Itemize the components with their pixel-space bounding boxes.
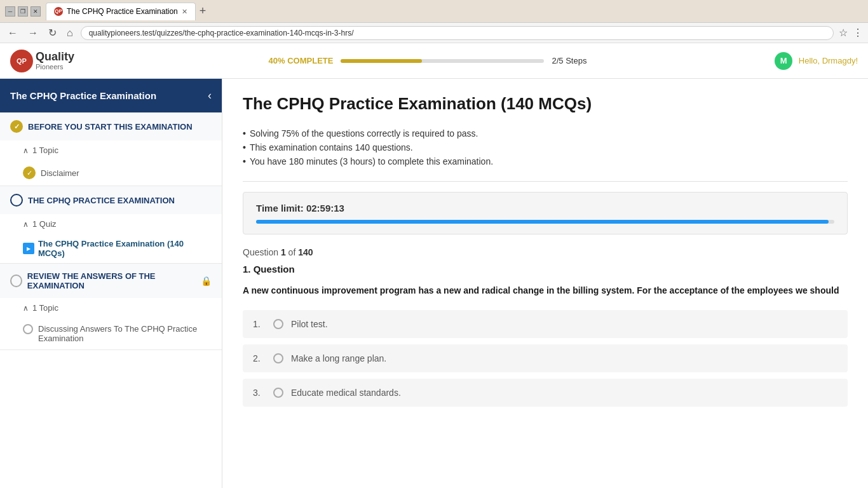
option-radio-3[interactable] [273, 388, 283, 398]
option-radio-1[interactable] [273, 319, 283, 329]
sidebar-discussing-item[interactable]: Discussing Answers To The CPHQ Practice … [0, 318, 222, 349]
logo-quality: Quality [36, 51, 74, 64]
app-layout: QP Quality Pioneers 40% COMPLETE 2/5 Ste… [0, 43, 868, 488]
option-text-3: Educate medical standards. [291, 388, 401, 398]
close-button[interactable]: ✕ [31, 6, 41, 17]
timer-bar-fill [256, 220, 829, 224]
question-text: A new continuous improvement program has… [243, 283, 848, 297]
disclaimer-check-icon: ✓ [23, 166, 36, 179]
address-input[interactable] [81, 26, 834, 40]
user-avatar: M [775, 52, 792, 70]
sidebar: The CPHQ Practice Examination ‹ ✓ BEFORE… [0, 79, 222, 488]
window-controls: ─ ❐ ✕ [5, 6, 41, 17]
browser-tab[interactable]: QP The CPHQ Practice Examination ✕ [46, 3, 196, 20]
circle-icon-cphq [10, 194, 23, 207]
question-counter-prefix: Question [243, 247, 281, 257]
review-topic-count-label: 1 Topic [32, 303, 58, 313]
back-button[interactable]: ← [5, 27, 20, 39]
user-greeting: Hello, Drmagdy! [799, 56, 858, 65]
sidebar-section-cphq-exam-header[interactable]: THE CPHQ PRACTICE EXAMINATION [0, 186, 222, 214]
option-text-2: Make a long range plan. [291, 353, 386, 363]
minimize-button[interactable]: ─ [5, 6, 15, 17]
disclaimer-label: Disclaimer [41, 168, 79, 178]
question-counter: Question 1 of 140 [243, 247, 848, 257]
progress-area: 40% COMPLETE 2/5 Steps [125, 56, 731, 65]
info-item-1: Solving 75% of the questions correctly i… [243, 126, 848, 140]
discussing-label: Discussing Answers To The CPHQ Practice … [38, 324, 212, 343]
progress-bar-fill [341, 59, 422, 63]
option-number-1: 1. [253, 319, 266, 329]
forward-button[interactable]: → [25, 27, 41, 39]
maximize-button[interactable]: ❐ [18, 6, 28, 17]
progress-steps: 2/5 Steps [552, 56, 587, 65]
sidebar-section-review-header[interactable]: REVIEW THE ANSWERS OF THE EXAMINATION 🔒 [0, 264, 222, 298]
bookmark-button[interactable]: ☆ [839, 27, 848, 39]
chevron-up-icon-3: ∧ [23, 304, 29, 313]
quiz-item-label[interactable]: The CPHQ Practice Examination (140 MCQs) [38, 239, 212, 258]
sidebar-disclaimer-item[interactable]: ✓ Disclaimer [0, 160, 222, 186]
browser-chrome: ─ ❐ ✕ QP The CPHQ Practice Examination ✕… [0, 0, 868, 23]
tab-favicon: QP [54, 7, 63, 16]
tab-bar: QP The CPHQ Practice Examination ✕ + [46, 3, 863, 20]
info-item-2: This examination contains 140 questions. [243, 140, 848, 154]
logo-pioneers: Pioneers [36, 63, 74, 71]
home-button[interactable]: ⌂ [64, 27, 76, 39]
question-counter-separator: of [286, 247, 298, 257]
option-number-2: 2. [253, 353, 266, 363]
main-content: The CPHQ Practice Examination (140 MCQs)… [222, 79, 868, 488]
top-bar: QP Quality Pioneers 40% COMPLETE 2/5 Ste… [0, 43, 868, 79]
tab-close-icon[interactable]: ✕ [182, 8, 187, 16]
circle-icon-discussing [23, 324, 33, 334]
progress-bar-container [341, 59, 544, 63]
sidebar-section-review-label: REVIEW THE ANSWERS OF THE EXAMINATION [27, 271, 201, 290]
answer-option-2[interactable]: 2. Make a long range plan. [243, 344, 848, 372]
user-area: M Hello, Drmagdy! [731, 52, 858, 70]
exam-title: The CPHQ Practice Examination (140 MCQs) [243, 94, 848, 114]
cphq-quiz-count-label: 1 Quiz [32, 219, 57, 229]
content-area: The CPHQ Practice Examination ‹ ✓ BEFORE… [0, 79, 868, 488]
check-icon-before-start: ✓ [10, 120, 23, 133]
option-number-3: 3. [253, 388, 266, 398]
sidebar-section-before-start-header[interactable]: ✓ BEFORE YOU START THIS EXAMINATION [0, 112, 222, 140]
option-radio-2[interactable] [273, 353, 283, 363]
before-start-topic-label: 1 Topic [32, 146, 58, 155]
sidebar-toggle-button[interactable]: ‹ [208, 89, 212, 102]
circle-icon-review [10, 274, 22, 287]
chevron-up-icon-2: ∧ [23, 220, 29, 229]
quiz-icon: ▶ [23, 243, 34, 254]
menu-button[interactable]: ⋮ [853, 27, 863, 39]
timer-box: Time limit: 02:59:13 [243, 192, 848, 234]
sidebar-section-cphq-exam: THE CPHQ PRACTICE EXAMINATION ∧ 1 Quiz ▶… [0, 186, 222, 264]
progress-label: 40% COMPLETE [269, 56, 334, 65]
sidebar-section-before-start-label: BEFORE YOU START THIS EXAMINATION [28, 122, 193, 132]
sidebar-header: The CPHQ Practice Examination ‹ [0, 79, 222, 112]
question-total: 140 [298, 247, 313, 257]
info-list: Solving 75% of the questions correctly i… [243, 126, 848, 168]
option-text-1: Pilot test. [291, 319, 328, 329]
lock-icon: 🔒 [201, 276, 212, 286]
sidebar-cphq-quiz-count[interactable]: ∧ 1 Quiz [0, 214, 222, 234]
new-tab-button[interactable]: + [196, 4, 210, 18]
reload-button[interactable]: ↻ [46, 27, 59, 39]
info-item-3: You have 180 minutes (3 hours) to comple… [243, 154, 848, 168]
logo-icon: QP [10, 50, 33, 72]
sidebar-review-topic-count[interactable]: ∧ 1 Topic [0, 298, 222, 318]
sidebar-section-review: REVIEW THE ANSWERS OF THE EXAMINATION 🔒 … [0, 264, 222, 350]
sidebar-quiz-item: ▶ The CPHQ Practice Examination (140 MCQ… [0, 234, 222, 263]
logo-text: Quality Pioneers [36, 51, 74, 71]
sidebar-title: The CPHQ Practice Examination [10, 90, 156, 101]
question-current: 1 [281, 247, 286, 257]
address-bar: ← → ↻ ⌂ ☆ ⋮ [0, 23, 868, 43]
logo-letters: QP [17, 57, 27, 65]
chevron-up-icon-1: ∧ [23, 146, 29, 155]
sidebar-section-before-start: ✓ BEFORE YOU START THIS EXAMINATION ∧ 1 … [0, 112, 222, 186]
answer-option-3[interactable]: 3. Educate medical standards. [243, 379, 848, 407]
tab-title: The CPHQ Practice Examination [67, 7, 178, 16]
timer-label: Time limit: 02:59:13 [256, 203, 834, 214]
logo-area: QP Quality Pioneers [10, 50, 125, 72]
sidebar-before-start-topic-count[interactable]: ∧ 1 Topic [0, 140, 222, 160]
answer-option-1[interactable]: 1. Pilot test. [243, 310, 848, 338]
question-title: 1. Question [243, 264, 848, 274]
content-divider [243, 181, 848, 182]
sidebar-section-cphq-label: THE CPHQ PRACTICE EXAMINATION [28, 196, 175, 205]
